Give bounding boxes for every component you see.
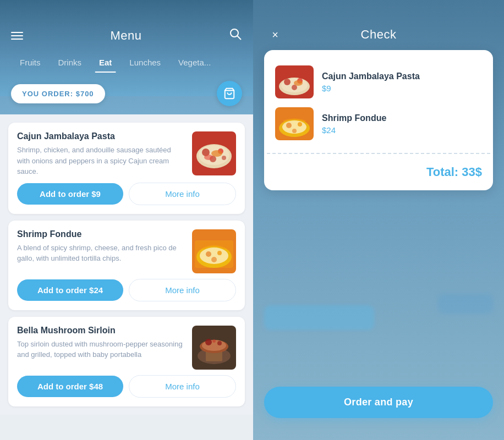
svg-point-25 <box>217 341 222 345</box>
search-icon[interactable] <box>229 28 242 43</box>
receipt-item-name: Cajun Jambalaya Pasta <box>322 72 482 81</box>
food-card-shrimp: Shrimp Fondue A blend of spicy shrimp, c… <box>8 221 245 310</box>
tab-bar: Fruits Drinks Eat Lunches Vegeta... <box>0 49 253 73</box>
food-actions: Add to order $9 More info <box>17 183 236 205</box>
receipt-item-cajun: Cajun Jambalaya Pasta $9 <box>275 61 482 103</box>
close-button[interactable]: × <box>267 29 283 41</box>
food-actions-3: Add to order $48 More info <box>17 375 236 398</box>
svg-point-17 <box>217 251 222 255</box>
tab-fruits[interactable]: Fruits <box>11 53 50 73</box>
shrimp-image <box>192 229 236 273</box>
food-name-3: Bella Mushroom Sirloin <box>17 326 185 336</box>
receipt-divider <box>267 153 490 154</box>
svg-point-24 <box>205 339 212 345</box>
receipt-items: Cajun Jambalaya Pasta $9 <box>264 50 493 150</box>
svg-point-33 <box>294 80 303 86</box>
receipt-item-info-2: Shrimp Fondue $24 <box>322 113 482 135</box>
more-info-shrimp-button[interactable]: More info <box>129 279 236 301</box>
food-card-cajun: Cajun Jambalaya Pasta Shrimp, chicken, a… <box>8 123 245 214</box>
right-panel: × Check Caj <box>253 0 504 440</box>
tab-vegeta[interactable]: Vegeta... <box>169 53 220 73</box>
food-desc-3: Top sirloin dusted with mushroom-pepper … <box>17 339 185 360</box>
cajun-image <box>192 131 236 175</box>
cart-button[interactable] <box>217 81 242 106</box>
header: Menu <box>0 0 253 49</box>
food-list: Cajun Jambalaya Pasta Shrimp, chicken, a… <box>0 114 253 415</box>
food-card-top-2: Shrimp Fondue A blend of spicy shrimp, c… <box>17 229 236 273</box>
food-name-2: Shrimp Fondue <box>17 229 185 239</box>
food-name: Cajun Jambalaya Pasta <box>17 131 185 141</box>
tab-drinks[interactable]: Drinks <box>50 53 91 73</box>
check-header: × Check <box>253 0 504 50</box>
receipt-shrimp-image <box>275 107 314 140</box>
receipt-card: Cajun Jambalaya Pasta $9 <box>264 50 493 190</box>
receipt-total: Total: 33$ <box>264 157 493 190</box>
svg-point-26 <box>212 339 216 343</box>
receipt-item-shrimp: Shrimp Fondue $24 <box>275 103 482 145</box>
receipt-item-price-2: $24 <box>322 125 482 135</box>
order-bar: YOU ORDER: $700 <box>0 73 253 114</box>
receipt-item-price: $9 <box>322 84 482 93</box>
order-pay-button[interactable]: Order and pay <box>264 387 493 418</box>
more-info-mushroom-button[interactable]: More info <box>129 375 236 398</box>
receipt-cajun-image <box>275 65 314 98</box>
header-title: Menu <box>110 29 141 43</box>
svg-point-16 <box>206 251 211 257</box>
svg-point-9 <box>211 150 222 157</box>
food-desc: Shrimp, chicken, and andouille sausage s… <box>17 145 185 177</box>
food-card-top-3: Bella Mushroom Sirloin Top sirloin duste… <box>17 326 236 370</box>
svg-point-0 <box>231 29 238 37</box>
food-desc-2: A blend of spicy shrimp, cheese, and fre… <box>17 243 185 264</box>
tab-eat[interactable]: Eat <box>90 53 120 73</box>
svg-point-37 <box>286 123 292 128</box>
food-info-3: Bella Mushroom Sirloin Top sirloin duste… <box>17 326 185 360</box>
svg-point-18 <box>211 257 217 262</box>
receipt-item-info: Cajun Jambalaya Pasta $9 <box>322 72 482 93</box>
svg-point-10 <box>204 155 213 160</box>
food-info: Cajun Jambalaya Pasta Shrimp, chicken, a… <box>17 131 185 177</box>
check-title: Check <box>361 28 397 42</box>
hamburger-icon[interactable] <box>11 32 23 40</box>
food-card-top: Cajun Jambalaya Pasta Shrimp, chicken, a… <box>17 131 236 177</box>
add-shrimp-button[interactable]: Add to order $24 <box>17 279 123 301</box>
svg-point-39 <box>292 129 297 133</box>
add-mushroom-button[interactable]: Add to order $48 <box>17 376 123 397</box>
svg-line-1 <box>237 36 241 40</box>
order-total-label: YOU ORDER: $700 <box>11 84 105 103</box>
add-cajun-button[interactable]: Add to order $9 <box>17 183 123 205</box>
svg-point-11 <box>222 156 226 160</box>
food-card-mushroom: Bella Mushroom Sirloin Top sirloin duste… <box>8 317 245 406</box>
bg-blur-2 <box>438 294 493 314</box>
receipt-item-name-2: Shrimp Fondue <box>322 113 482 123</box>
mushroom-image <box>192 326 236 370</box>
svg-point-38 <box>298 122 302 127</box>
left-panel: Menu Fruits Drinks Eat Lunches Vegeta...… <box>0 0 253 440</box>
bg-blur-1 <box>264 305 374 330</box>
tab-lunches[interactable]: Lunches <box>120 53 169 73</box>
food-actions-2: Add to order $24 More info <box>17 279 236 301</box>
svg-point-30 <box>284 79 291 85</box>
more-info-cajun-button[interactable]: More info <box>129 183 236 205</box>
svg-point-32 <box>292 85 297 90</box>
food-info-2: Shrimp Fondue A blend of spicy shrimp, c… <box>17 229 185 264</box>
